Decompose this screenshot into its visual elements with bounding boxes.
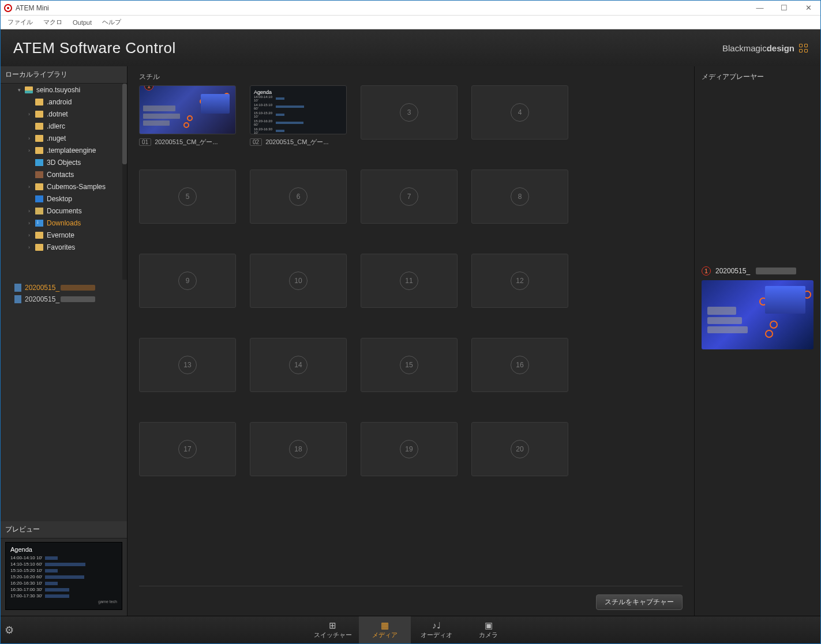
still-slot-6[interactable]: 6 bbox=[250, 170, 348, 231]
window-titlebar: ATEM Mini — ☐ ✕ bbox=[1, 1, 820, 16]
sidebar: ローカルライブラリ ▾seino.tsuyoshi.android›.dotne… bbox=[1, 66, 128, 616]
still-slot-13[interactable]: 13 bbox=[139, 338, 237, 399]
tab-スイッチャー[interactable]: ⊞スイッチャー bbox=[307, 616, 359, 644]
menu-macro[interactable]: マクロ bbox=[39, 17, 67, 28]
media-player-thumbnail[interactable] bbox=[702, 280, 813, 349]
still-empty-slot[interactable]: 12 bbox=[471, 254, 568, 308]
tree-item-contacts[interactable]: Contacts bbox=[1, 168, 127, 180]
tab-オーディオ[interactable]: ♪♩オーディオ bbox=[411, 616, 463, 644]
app-title: ATEM Software Control bbox=[13, 39, 176, 57]
preview-thumbnail: Agenda 14:00-14:10 10'14:10-15:10 60'15:… bbox=[5, 542, 122, 610]
still-empty-slot[interactable]: 7 bbox=[361, 170, 458, 224]
close-button[interactable]: ✕ bbox=[804, 4, 812, 12]
still-empty-slot[interactable]: 18 bbox=[250, 422, 347, 476]
still-slot-8[interactable]: 8 bbox=[471, 170, 569, 231]
app-header: ATEM Software Control Blackmagicdesign bbox=[1, 29, 820, 66]
menubar: ファイル マクロ Output ヘルプ bbox=[1, 16, 820, 29]
still-empty-slot[interactable]: 16 bbox=[471, 338, 568, 392]
local-library-title: ローカルライブラリ bbox=[1, 66, 127, 84]
bottom-bar: ⚙ ⊞スイッチャー▦メディア♪♩オーディオ▣カメラ bbox=[1, 616, 820, 643]
tree-item-cubemossamples[interactable]: ›Cubemos-Samples bbox=[1, 180, 127, 193]
tree-item-android[interactable]: .android bbox=[1, 96, 127, 108]
still-slot-5[interactable]: 5 bbox=[139, 170, 237, 231]
still-empty-slot[interactable]: 15 bbox=[361, 338, 458, 392]
still-thumbnail[interactable]: 1 bbox=[139, 85, 236, 134]
file-item[interactable]: 20200515_ bbox=[1, 282, 127, 293]
redacted-text bbox=[756, 268, 796, 274]
still-empty-slot[interactable]: 6 bbox=[250, 170, 347, 224]
still-slot-9[interactable]: 9 bbox=[139, 254, 237, 315]
menu-file[interactable]: ファイル bbox=[3, 17, 38, 28]
media-player-badge: 1 bbox=[702, 266, 711, 276]
still-slot-1[interactable]: 10120200515_CM_ゲー... bbox=[139, 85, 237, 146]
stills-title: スチル bbox=[139, 72, 683, 82]
still-slot-17[interactable]: 17 bbox=[139, 422, 237, 483]
tab-メディア[interactable]: ▦メディア bbox=[359, 616, 411, 644]
tree-item-nuget[interactable]: ›.nuget bbox=[1, 132, 127, 144]
still-slot-2[interactable]: Agenda14:00-14:10 10'14:10-15:10 60'15:1… bbox=[250, 85, 348, 146]
capture-still-button[interactable]: スチルをキャプチャー bbox=[596, 594, 683, 610]
tab-icon: ▦ bbox=[381, 621, 389, 630]
still-slot-19[interactable]: 19 bbox=[361, 422, 459, 483]
still-empty-slot[interactable]: 10 bbox=[250, 254, 347, 308]
file-list: 20200515_20200515_ bbox=[1, 280, 127, 314]
tab-icon: ⊞ bbox=[329, 621, 336, 630]
window-title: ATEM Mini bbox=[16, 4, 49, 12]
still-empty-slot[interactable]: 14 bbox=[250, 338, 347, 392]
file-item[interactable]: 20200515_ bbox=[1, 293, 127, 305]
preview-title: プレビュー bbox=[1, 521, 127, 538]
folder-tree[interactable]: ▾seino.tsuyoshi.android›.dotnet.idlerc›.… bbox=[1, 84, 127, 280]
tree-scrollbar[interactable] bbox=[122, 84, 127, 280]
brand-logo: Blackmagicdesign bbox=[722, 43, 808, 53]
still-empty-slot[interactable]: 9 bbox=[139, 254, 236, 308]
still-empty-slot[interactable]: 8 bbox=[471, 170, 568, 224]
still-slot-3[interactable]: 3 bbox=[361, 85, 459, 146]
media-player-panel: メディアプレーヤー 1 20200515_ bbox=[695, 66, 820, 616]
still-slot-4[interactable]: 4 bbox=[471, 85, 569, 146]
still-empty-slot[interactable]: 19 bbox=[361, 422, 458, 476]
media-player-filename: 20200515_ bbox=[715, 267, 750, 275]
tab-icon: ♪♩ bbox=[432, 621, 441, 630]
still-slot-15[interactable]: 15 bbox=[361, 338, 459, 399]
still-thumbnail[interactable]: Agenda14:00-14:10 10'14:10-15:10 60'15:1… bbox=[250, 85, 347, 134]
still-slot-14[interactable]: 14 bbox=[250, 338, 348, 399]
still-empty-slot[interactable]: 5 bbox=[139, 170, 236, 224]
still-slot-20[interactable]: 20 bbox=[471, 422, 569, 483]
still-empty-slot[interactable]: 3 bbox=[361, 85, 458, 140]
tree-item-desktop[interactable]: Desktop bbox=[1, 193, 127, 205]
still-empty-slot[interactable]: 4 bbox=[471, 85, 568, 140]
still-empty-slot[interactable]: 17 bbox=[139, 422, 236, 476]
still-empty-slot[interactable]: 13 bbox=[139, 338, 236, 392]
tree-item-downloads[interactable]: ›Downloads bbox=[1, 217, 127, 229]
app-icon bbox=[4, 4, 12, 12]
still-slot-11[interactable]: 11 bbox=[361, 254, 459, 315]
still-empty-slot[interactable]: 20 bbox=[471, 422, 568, 476]
tree-item-seinotsuyoshi[interactable]: ▾seino.tsuyoshi bbox=[1, 84, 127, 96]
tree-item-templateengine[interactable]: ›.templateengine bbox=[1, 144, 127, 156]
tab-カメラ[interactable]: ▣カメラ bbox=[463, 616, 515, 644]
media-player-title: メディアプレーヤー bbox=[702, 72, 813, 82]
media-pool: スチル 10120200515_CM_ゲー...Agenda14:00-14:1… bbox=[128, 66, 695, 616]
tree-item-idlerc[interactable]: .idlerc bbox=[1, 120, 127, 132]
still-label: 0220200515_CM_ゲー... bbox=[250, 138, 348, 146]
still-slot-10[interactable]: 10 bbox=[250, 254, 348, 315]
menu-help[interactable]: ヘルプ bbox=[98, 17, 126, 28]
still-slot-12[interactable]: 12 bbox=[471, 254, 569, 315]
tree-item-3dobjects[interactable]: 3D Objects bbox=[1, 156, 127, 168]
settings-gear-icon[interactable]: ⚙ bbox=[1, 624, 18, 637]
tab-icon: ▣ bbox=[485, 621, 493, 630]
still-slot-7[interactable]: 7 bbox=[361, 170, 459, 231]
maximize-button[interactable]: ☐ bbox=[780, 4, 788, 12]
tree-item-favorites[interactable]: ›Favorites bbox=[1, 241, 127, 253]
still-slot-16[interactable]: 16 bbox=[471, 338, 569, 399]
tree-item-evernote[interactable]: ›Evernote bbox=[1, 229, 127, 241]
still-label: 0120200515_CM_ゲー... bbox=[139, 138, 237, 146]
menu-output[interactable]: Output bbox=[68, 18, 96, 27]
tree-item-dotnet[interactable]: ›.dotnet bbox=[1, 108, 127, 120]
still-empty-slot[interactable]: 11 bbox=[361, 254, 458, 308]
minimize-button[interactable]: — bbox=[756, 4, 764, 12]
still-slot-18[interactable]: 18 bbox=[250, 422, 348, 483]
tree-item-documents[interactable]: ›Documents bbox=[1, 205, 127, 217]
